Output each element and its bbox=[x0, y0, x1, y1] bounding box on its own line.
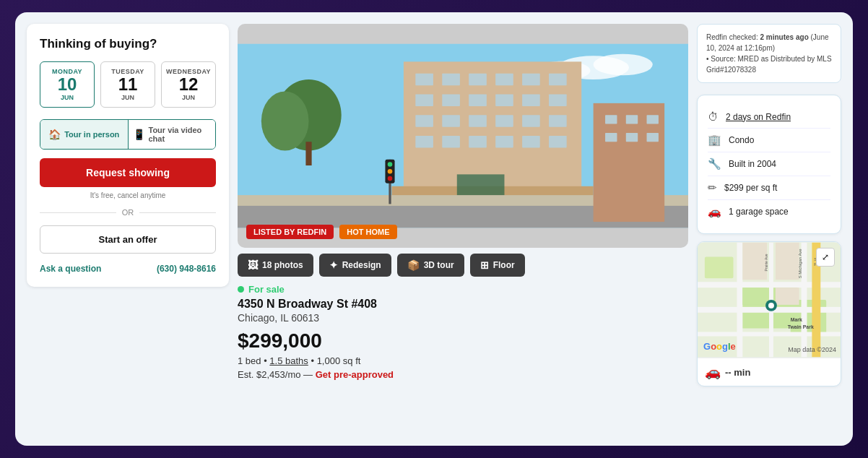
svg-rect-8 bbox=[415, 74, 433, 85]
svg-rect-12 bbox=[522, 74, 540, 85]
phone-number: (630) 948-8616 bbox=[157, 264, 216, 274]
or-line-right bbox=[139, 212, 216, 213]
wrench-icon: 🔧 bbox=[708, 157, 721, 170]
svg-point-39 bbox=[388, 169, 393, 174]
svg-rect-21 bbox=[442, 115, 460, 126]
svg-rect-42 bbox=[605, 115, 617, 124]
price: $299,000 bbox=[238, 329, 688, 353]
svg-rect-13 bbox=[549, 74, 567, 85]
or-divider: OR bbox=[40, 208, 216, 217]
svg-rect-29 bbox=[495, 136, 513, 147]
dot2: • bbox=[311, 355, 316, 366]
svg-rect-11 bbox=[495, 74, 513, 85]
property-image-wrap: LISTED BY REDFIN HOT HOME bbox=[238, 24, 688, 248]
svg-rect-15 bbox=[442, 95, 460, 106]
svg-text:Twain Park: Twain Park bbox=[788, 324, 814, 329]
photos-label: 18 photos bbox=[262, 260, 303, 270]
map-container[interactable]: S Michigan Ave Prairie Ave Mark Twain Pa… bbox=[698, 242, 841, 358]
sqft: 1,000 sq ft bbox=[317, 355, 361, 366]
badge-row: LISTED BY REDFIN HOT HOME bbox=[246, 225, 397, 239]
pencil-icon: ✏ bbox=[708, 181, 717, 194]
date-wednesday[interactable]: WEDNESDAY 12 JUN bbox=[161, 61, 216, 108]
svg-rect-43 bbox=[626, 115, 638, 124]
google-logo: Google bbox=[703, 341, 736, 352]
hot-home-badge: HOT HOME bbox=[339, 225, 396, 239]
svg-rect-60 bbox=[742, 288, 767, 305]
status-text: For sale bbox=[248, 284, 285, 295]
price-sqft: $299 per sq ft bbox=[724, 183, 777, 193]
baths[interactable]: 1.5 baths bbox=[269, 355, 308, 366]
svg-point-5 bbox=[261, 91, 309, 150]
photos-icon: 🖼 bbox=[248, 259, 258, 271]
built-year: Built in 2004 bbox=[729, 159, 776, 169]
property-image-svg bbox=[238, 24, 688, 248]
svg-rect-20 bbox=[415, 115, 433, 126]
thinking-title: Thinking of buying? bbox=[40, 37, 216, 51]
redesign-button[interactable]: ✦ Redesign bbox=[319, 254, 391, 277]
video-icon: 📱 bbox=[133, 129, 145, 140]
svg-rect-59 bbox=[742, 243, 767, 280]
svg-rect-25 bbox=[549, 115, 567, 126]
get-pre-approved-link[interactable]: Get pre-approved bbox=[316, 369, 394, 380]
svg-rect-44 bbox=[647, 115, 659, 124]
redesign-icon: ✦ bbox=[329, 259, 338, 271]
status-dot bbox=[238, 286, 244, 293]
svg-rect-16 bbox=[469, 95, 487, 106]
3d-tour-label: 3D tour bbox=[424, 260, 454, 270]
source-box: Redfin checked: 2 minutes ago (June 10, … bbox=[697, 24, 841, 83]
photos-button[interactable]: 🖼 18 photos bbox=[238, 254, 313, 277]
month-wednesday: JUN bbox=[165, 94, 212, 101]
days-text[interactable]: 2 days on Redfin bbox=[726, 112, 791, 122]
car-icon: 🚗 bbox=[708, 205, 721, 218]
date-tuesday[interactable]: TUESDAY 11 JUN bbox=[100, 61, 155, 108]
svg-rect-47 bbox=[647, 133, 659, 142]
tour-in-person[interactable]: 🏠 Tour in person bbox=[40, 120, 128, 149]
request-showing-button[interactable]: Request showing bbox=[40, 158, 216, 187]
beds: 1 bed bbox=[238, 355, 261, 366]
tour-in-person-label: Tour in person bbox=[64, 130, 119, 139]
info-row-days: ⏱ 2 days on Redfin bbox=[708, 105, 830, 129]
redesign-label: Redesign bbox=[342, 260, 381, 270]
building-icon: 🏢 bbox=[708, 134, 721, 147]
time-ago: 2 minutes ago bbox=[760, 33, 809, 41]
svg-rect-24 bbox=[522, 115, 540, 126]
action-bar: 🖼 18 photos ✦ Redesign 📦 3D tour ⊞ Floor bbox=[238, 254, 688, 277]
svg-rect-26 bbox=[415, 136, 433, 147]
tour-options: 🏠 Tour in person 📱 Tour via video chat bbox=[40, 119, 216, 150]
svg-text:Mark: Mark bbox=[791, 317, 802, 322]
map-credit: Map data ©2024 bbox=[788, 346, 836, 353]
svg-rect-10 bbox=[469, 74, 487, 85]
expand-icon: ⤢ bbox=[822, 252, 829, 262]
info-row-type: 🏢 Condo bbox=[708, 129, 830, 152]
ask-question-link[interactable]: Ask a question bbox=[40, 264, 101, 274]
free-text: It's free, cancel anytime bbox=[40, 191, 216, 199]
map-car-icon: 🚗 bbox=[705, 364, 721, 380]
tour-video[interactable]: 📱 Tour via video chat bbox=[129, 120, 216, 149]
map-footer: 🚗 -- min bbox=[698, 358, 841, 386]
month-monday: JUN bbox=[43, 94, 91, 101]
svg-point-64 bbox=[768, 303, 774, 308]
center-panel: LISTED BY REDFIN HOT HOME 🖼 18 photos ✦ … bbox=[238, 24, 688, 434]
date-monday[interactable]: MONDAY 10 JUN bbox=[40, 61, 95, 108]
garage: 1 garage space bbox=[729, 207, 789, 217]
3d-tour-button[interactable]: 📦 3D tour bbox=[397, 254, 464, 277]
svg-rect-18 bbox=[522, 95, 540, 106]
svg-point-2 bbox=[594, 54, 653, 76]
details-row: 1 bed • 1.5 baths • 1,000 sq ft bbox=[238, 355, 688, 366]
address-line2: Chicago, IL 60613 bbox=[238, 312, 688, 324]
floor-plan-button[interactable]: ⊞ Floor bbox=[470, 254, 525, 277]
dash: — bbox=[303, 369, 316, 380]
date-row: MONDAY 10 JUN TUESDAY 11 JUN WEDNESDAY 1… bbox=[40, 61, 216, 108]
thinking-card: Thinking of buying? MONDAY 10 JUN TUESDA… bbox=[27, 24, 229, 287]
info-row-price-sqft: ✏ $299 per sq ft bbox=[708, 176, 830, 200]
svg-rect-46 bbox=[626, 133, 638, 142]
svg-rect-23 bbox=[495, 115, 513, 126]
start-offer-button[interactable]: Start an offer bbox=[40, 225, 216, 254]
source-label: • Source: bbox=[706, 55, 736, 63]
map-section: S Michigan Ave Prairie Ave Mark Twain Pa… bbox=[697, 241, 841, 386]
svg-point-40 bbox=[388, 176, 393, 181]
expand-map-button[interactable]: ⤢ bbox=[816, 248, 835, 267]
home-icon: 🏠 bbox=[48, 129, 61, 140]
svg-text:Prairie Ave: Prairie Ave bbox=[765, 254, 768, 271]
right-panel: Redfin checked: 2 minutes ago (June 10, … bbox=[697, 24, 841, 434]
